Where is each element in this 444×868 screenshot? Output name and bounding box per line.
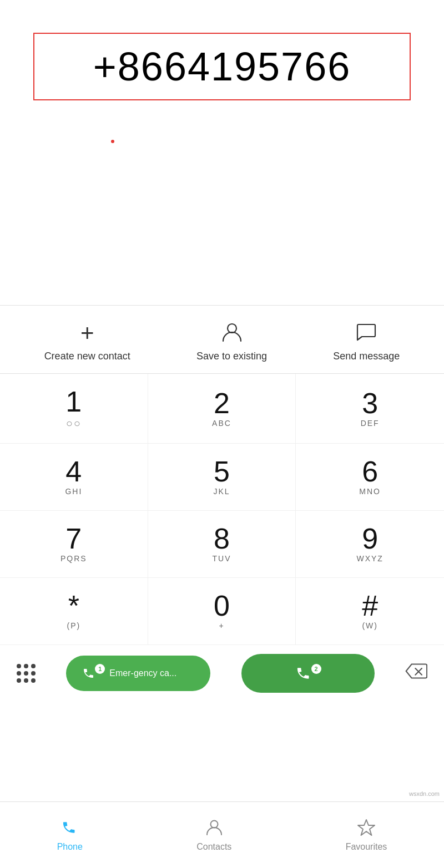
dial-sub-3: DEF — [361, 419, 380, 429]
dial-main-star: * — [68, 591, 79, 620]
nav-favourites[interactable]: Favourites — [329, 818, 404, 852]
dial-sub-6: MNO — [359, 487, 381, 497]
call-bar: 1 Emer-gency ca... 2 — [0, 645, 444, 702]
dial-key-4[interactable]: 4 GHI — [0, 444, 148, 511]
nav-phone[interactable]: Phone — [41, 818, 99, 852]
phone-display-area: +8664195766 — [0, 0, 444, 128]
dial-main-2: 2 — [214, 389, 230, 418]
dial-key-6[interactable]: 6 MNO — [296, 444, 444, 511]
dial-key-star[interactable]: * (P) — [0, 578, 148, 645]
main-call-button[interactable]: 2 — [241, 654, 375, 693]
create-contact-icon: + — [80, 322, 94, 345]
action-row: + Create new contact Save to existing Se… — [0, 306, 444, 374]
nav-contacts[interactable]: Contacts — [180, 818, 248, 852]
svg-point-0 — [228, 324, 236, 333]
dial-main-5: 5 — [214, 457, 230, 486]
dial-key-9[interactable]: 9 WXYZ — [296, 511, 444, 578]
phone-number: +8664195766 — [93, 44, 351, 89]
red-dot-indicator — [111, 140, 114, 143]
dial-main-9: 9 — [362, 524, 378, 553]
dial-key-8[interactable]: 8 TUV — [148, 511, 296, 578]
phone-nav-label: Phone — [57, 842, 83, 852]
dial-main-7: 7 — [65, 524, 82, 553]
save-existing-label: Save to existing — [196, 351, 267, 362]
dot-area — [0, 128, 444, 155]
dial-main-6: 6 — [362, 457, 378, 486]
dial-main-8: 8 — [214, 524, 230, 553]
dial-main-hash: # — [362, 591, 378, 620]
contacts-nav-icon — [205, 818, 224, 839]
dial-key-3[interactable]: 3 DEF — [296, 374, 444, 444]
chat-icon — [355, 321, 377, 345]
grid-icon — [17, 664, 36, 683]
dial-sub-0: + — [219, 621, 224, 631]
send-message-label: Send message — [333, 351, 400, 362]
emergency-badge: 1 — [95, 664, 105, 674]
create-contact-label: Create new contact — [44, 351, 130, 362]
dial-sub-1: ○○ — [66, 417, 82, 430]
phone-number-box: +8664195766 — [33, 33, 411, 100]
watermark: wsxdn.com — [409, 790, 440, 797]
save-to-existing-button[interactable]: Save to existing — [185, 321, 278, 362]
dial-key-0[interactable]: 0 + — [148, 578, 296, 645]
create-new-contact-button[interactable]: + Create new contact — [33, 322, 142, 362]
contacts-nav-label: Contacts — [196, 842, 231, 852]
svg-marker-4 — [358, 820, 375, 835]
dial-main-0: 0 — [214, 591, 230, 620]
dial-key-2[interactable]: 2 ABC — [148, 374, 296, 444]
dial-sub-4: GHI — [65, 487, 82, 497]
person-icon — [221, 321, 243, 345]
dial-sub-hash: (W) — [362, 621, 378, 631]
phone-nav-icon — [60, 818, 79, 839]
dial-sub-7: PQRS — [60, 554, 87, 564]
dial-sub-9: WXYZ — [356, 554, 383, 564]
dial-main-4: 4 — [65, 457, 82, 486]
favourites-nav-label: Favourites — [346, 842, 387, 852]
svg-point-3 — [210, 821, 218, 828]
empty-space — [0, 155, 444, 305]
favourites-nav-icon — [357, 818, 376, 839]
dial-sub-star: (P) — [67, 621, 80, 631]
dial-key-5[interactable]: 5 JKL — [148, 444, 296, 511]
delete-button[interactable] — [405, 662, 427, 685]
emergency-call-label: Emer-gency ca... — [109, 668, 176, 678]
dial-sub-8: TUV — [212, 554, 231, 564]
dialpad-grid-button[interactable] — [17, 664, 36, 683]
dial-sub-2: ABC — [212, 419, 231, 429]
call-badge: 2 — [311, 664, 321, 674]
dial-sub-5: JKL — [213, 487, 230, 497]
emergency-call-button[interactable]: 1 Emer-gency ca... — [66, 656, 210, 691]
dialpad: 1 ○○ 2 ABC 3 DEF 4 GHI 5 JKL 6 MNO 7 PQR… — [0, 374, 444, 645]
send-message-button[interactable]: Send message — [322, 321, 411, 362]
dial-main-3: 3 — [362, 389, 378, 418]
dial-key-7[interactable]: 7 PQRS — [0, 511, 148, 578]
dial-key-hash[interactable]: # (W) — [296, 578, 444, 645]
dial-key-1[interactable]: 1 ○○ — [0, 374, 148, 444]
bottom-navigation: Phone Contacts Favourites — [0, 801, 444, 868]
dial-main-1: 1 — [65, 387, 82, 416]
